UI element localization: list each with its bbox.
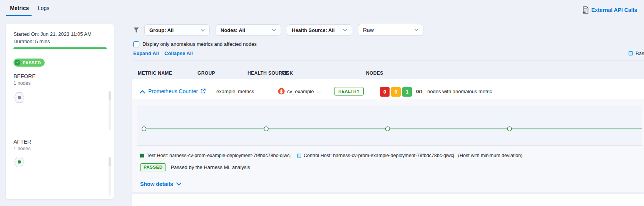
summary-sidebar: Started On: Jun 21, 2023 11:05 AM Durati… [6, 24, 114, 199]
chart-legend: Test Host: harness-cv-prom-example-deplo… [140, 153, 522, 158]
duration-text: Duration: 5 mins [13, 39, 50, 44]
timeseries-line-chart [137, 106, 642, 146]
control-host-legend-swatch [297, 154, 301, 157]
view-mode-select[interactable]: Raw [358, 24, 423, 36]
chevron-down-icon [343, 29, 347, 32]
verdict-text: Passed by the Harness ML analysis [171, 164, 250, 170]
nodes-summary-ratio: 0/1 [416, 89, 423, 94]
filter-icon [134, 27, 139, 33]
view-mode-value: Raw [363, 27, 374, 33]
control-host-legend-label: Control Host: harness-cv-prom-example-de… [304, 153, 454, 158]
chevron-down-icon [414, 28, 418, 31]
nodes-filter-select[interactable]: Nodes: All [216, 24, 281, 36]
show-details-link[interactable]: Show details [140, 181, 181, 187]
test-host-legend-swatch [140, 154, 144, 157]
before-node-count: 1 nodes [13, 80, 30, 86]
tab-logs[interactable]: Logs [38, 5, 49, 11]
risk-badge: HEALTHY [334, 87, 364, 95]
after-nodes-scrollbar[interactable] [109, 157, 111, 196]
anomalous-checkbox-label: Display only anomalous metrics and affec… [142, 41, 257, 47]
healthy-node-count-badge: 1 [402, 87, 412, 97]
before-section-title: BEFORE [13, 73, 36, 79]
before-node-hexagon-icon[interactable] [14, 92, 25, 103]
baseline-legend-swatch [629, 51, 633, 55]
nodes-summary-text: nodes with anomalous metric [427, 89, 492, 94]
collapse-all-link[interactable]: Collapse All [164, 50, 193, 56]
external-api-calls-link[interactable]: API External API Calls [582, 6, 637, 14]
col-header-nodes: NODES [366, 70, 383, 76]
metric-row: Prometheus Counter example_metrics cv_ex… [132, 79, 644, 193]
show-details-label: Show details [140, 181, 173, 187]
active-tab-underline [6, 15, 32, 16]
tab-logs-label: Logs [38, 5, 49, 11]
control-host-note: (Host with minimum deviation) [458, 153, 522, 158]
prometheus-icon [278, 88, 285, 95]
after-node-hexagon-icon[interactable] [14, 156, 25, 167]
anomalous-only-checkbox[interactable] [133, 41, 139, 47]
external-link-icon[interactable] [201, 89, 206, 94]
external-api-calls-label: External API Calls [591, 7, 637, 13]
metric-health-source-value: cv_example_... [287, 89, 321, 94]
col-header-group: GROUP [197, 70, 215, 76]
after-node-count: 1 nodes [13, 146, 30, 151]
group-filter-select[interactable]: Group: All [144, 24, 210, 36]
col-header-metric-name: METRIC NAME [138, 70, 172, 76]
verdict-badge: PASSED [140, 163, 166, 171]
check-icon: ✓ [15, 60, 20, 65]
baseline-legend-label: Base [636, 50, 644, 56]
test-host-legend-label: Test Host: harness-cv-prom-example-deplo… [147, 153, 291, 158]
started-on-text: Started On: Jun 21, 2023 11:05 AM [13, 31, 92, 37]
chevron-down-icon [176, 183, 181, 186]
anomalous-node-count-badge: 0 [380, 87, 390, 97]
api-document-icon: API [582, 6, 589, 14]
col-header-risk: RISK [281, 70, 293, 76]
before-nodes-scrollbar[interactable] [109, 91, 111, 130]
metric-timeseries-chart[interactable] [137, 106, 642, 146]
status-badge: ✓ PASSED [13, 59, 45, 67]
metric-row-expanded-body: Test Host: harness-cv-prom-example-deplo… [132, 99, 644, 193]
health-source-filter-select[interactable]: Health Source: All [287, 24, 352, 36]
status-badge-label: PASSED [23, 60, 41, 65]
chevron-down-icon [272, 29, 276, 32]
links-divider [160, 50, 160, 57]
chevron-down-icon [201, 29, 205, 32]
warning-node-count-badge: 0 [391, 87, 401, 97]
expand-all-link[interactable]: Expand All [133, 50, 159, 56]
nodes-filter-value: Nodes: All [221, 27, 245, 33]
svg-text:API: API [582, 11, 586, 13]
tab-metrics[interactable]: Metrics [10, 5, 29, 11]
group-filter-value: Group: All [149, 27, 174, 33]
table-top-separator [133, 60, 644, 61]
metric-row-next[interactable] [132, 194, 644, 206]
metric-group-value: example_metrics [216, 89, 254, 94]
metric-name-link[interactable]: Prometheus Counter [148, 88, 198, 94]
after-section-title: AFTER [13, 139, 31, 145]
verdict-row: PASSED Passed by the Harness ML analysis [140, 163, 250, 171]
tab-metrics-label: Metrics [10, 5, 29, 11]
health-source-filter-value: Health Source: All [292, 27, 335, 33]
chevron-up-icon[interactable] [140, 90, 145, 94]
verification-progress-bar [13, 47, 107, 49]
